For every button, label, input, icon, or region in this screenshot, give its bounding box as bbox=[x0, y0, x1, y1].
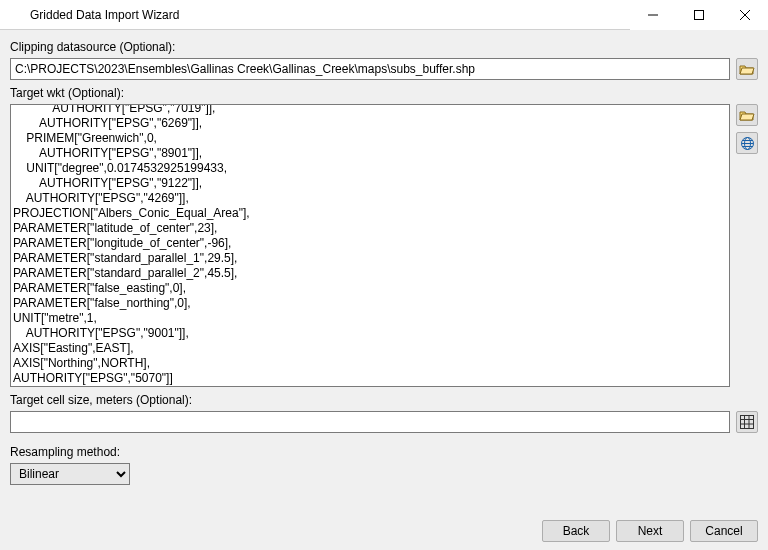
folder-open-icon bbox=[739, 62, 755, 76]
window-title: Gridded Data Import Wizard bbox=[30, 8, 630, 22]
grid-icon bbox=[740, 415, 754, 429]
back-button[interactable]: Back bbox=[542, 520, 610, 542]
cancel-button[interactable]: Cancel bbox=[690, 520, 758, 542]
resampling-label: Resampling method: bbox=[10, 445, 758, 459]
app-icon bbox=[8, 7, 24, 23]
target-wkt-label: Target wkt (Optional): bbox=[10, 86, 758, 100]
cell-size-grid-button[interactable] bbox=[736, 411, 758, 433]
cell-size-input[interactable] bbox=[10, 411, 730, 433]
minimize-button[interactable] bbox=[630, 0, 676, 30]
resampling-select[interactable]: Bilinear bbox=[10, 463, 130, 485]
svg-rect-9 bbox=[741, 416, 754, 429]
next-button[interactable]: Next bbox=[616, 520, 684, 542]
globe-icon bbox=[740, 136, 755, 151]
browse-wkt-button[interactable] bbox=[736, 104, 758, 126]
title-bar: Gridded Data Import Wizard bbox=[0, 0, 768, 30]
clipping-label: Clipping datasource (Optional): bbox=[10, 40, 758, 54]
maximize-button[interactable] bbox=[676, 0, 722, 30]
svg-line-3 bbox=[740, 10, 750, 20]
close-button[interactable] bbox=[722, 0, 768, 30]
svg-line-2 bbox=[740, 10, 750, 20]
crs-picker-button[interactable] bbox=[736, 132, 758, 154]
folder-open-icon bbox=[739, 108, 755, 122]
browse-clipping-button[interactable] bbox=[736, 58, 758, 80]
svg-rect-1 bbox=[695, 11, 704, 20]
cell-size-label: Target cell size, meters (Optional): bbox=[10, 393, 758, 407]
target-wkt-textarea[interactable]: AUTHORITY["EPSG","7019"]], AUTHORITY["EP… bbox=[10, 104, 730, 387]
clipping-input[interactable] bbox=[10, 58, 730, 80]
